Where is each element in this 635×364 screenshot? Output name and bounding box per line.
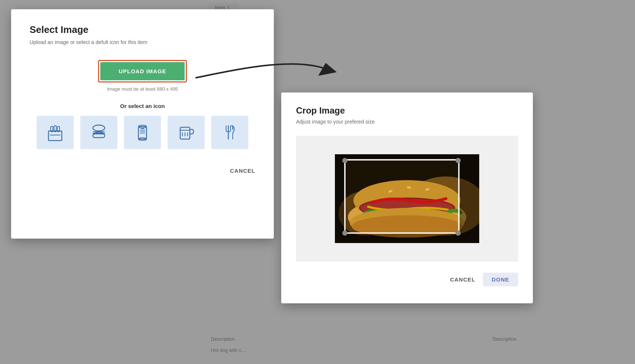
burger-icon <box>89 123 108 142</box>
hotdog-image <box>335 154 479 243</box>
icon-grid <box>30 116 255 149</box>
hotdog-svg <box>335 154 479 243</box>
upload-btn-wrapper: UPLOAD IMAGE <box>98 60 187 82</box>
select-image-dialog: Select Image Upload an image or select a… <box>11 9 274 239</box>
svg-point-37 <box>352 215 463 237</box>
select-dialog-footer: CANCEL <box>30 168 255 174</box>
crop-image-dialog: Crop Image Adjust image to your prefered… <box>281 92 533 303</box>
upload-section: UPLOAD IMAGE Image must be at least 880 … <box>30 60 255 92</box>
svg-point-5 <box>93 125 105 131</box>
beer-icon-box[interactable] <box>168 116 205 149</box>
burger-icon-box[interactable] <box>80 116 117 149</box>
select-cancel-button[interactable]: CANCEL <box>230 168 256 174</box>
can-icon-box[interactable] <box>124 116 161 149</box>
select-dialog-subtitle: Upload an image or select a defult icon … <box>30 39 255 45</box>
upload-image-button[interactable]: UPLOAD IMAGE <box>100 62 185 80</box>
svg-rect-6 <box>93 134 105 138</box>
can-icon <box>133 123 152 142</box>
icon-section-label: Or select an icon <box>30 103 255 109</box>
fries-icon <box>46 123 65 142</box>
crop-dialog-subtitle: Adjust image to your prefered size <box>296 119 518 125</box>
crop-dialog-footer: CANCEL DONE <box>296 273 518 286</box>
select-dialog-title: Select Image <box>30 24 255 36</box>
crop-image-area <box>296 136 518 262</box>
beer-icon <box>177 123 196 142</box>
utensils-icon-box[interactable] <box>211 116 248 149</box>
fries-icon-box[interactable] <box>37 116 74 149</box>
crop-image-container <box>335 154 479 243</box>
utensils-icon <box>220 123 239 142</box>
crop-cancel-button[interactable]: CANCEL <box>450 276 476 283</box>
svg-rect-0 <box>48 131 62 141</box>
crop-done-button[interactable]: DONE <box>483 273 518 286</box>
upload-hint: Image must be at least 880 x 495 <box>107 86 178 92</box>
crop-dialog-title: Crop Image <box>296 105 518 116</box>
